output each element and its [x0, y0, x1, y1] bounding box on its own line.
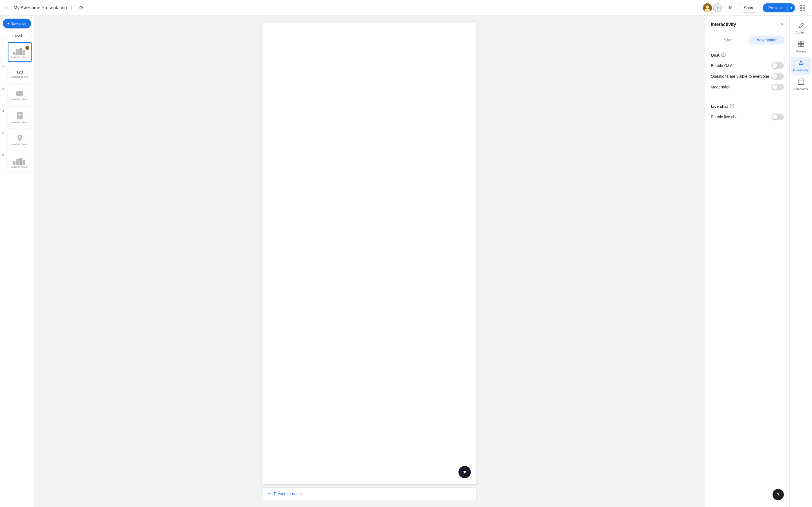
list-item[interactable]: 4 Multiple choice	[2, 108, 32, 128]
present-dropdown-button[interactable]: ▾	[788, 4, 795, 12]
svg-rect-8	[16, 49, 18, 55]
tab-slide[interactable]: Slide	[710, 36, 747, 45]
slide-number: 2	[2, 65, 6, 69]
left-sidebar: + New slide Import 1 Multiple choice	[0, 16, 34, 507]
slide-label: Multiple choice	[11, 166, 28, 168]
header-left: ← My Awesome Presentation ⚙	[4, 3, 86, 13]
panel-header: Interactivity ×	[705, 16, 790, 32]
share-button[interactable]: Share	[738, 3, 760, 13]
live-chat-label: Live chat	[711, 104, 728, 109]
slide-thumbnail[interactable]: Multiple choice	[8, 42, 32, 62]
design-svg	[798, 41, 804, 47]
list-item[interactable]: 5 Multiple choice	[2, 130, 32, 150]
tab-presentation[interactable]: Presentation	[748, 36, 785, 45]
sidebar-item-interactivity[interactable]: Interactivity	[791, 57, 811, 75]
slide-thumbnail[interactable]: Multiple choice	[8, 152, 32, 172]
slide-thumbnail[interactable]: Multiple choice	[8, 86, 32, 106]
slide-number: 4	[2, 109, 6, 113]
sidebar-actions: + New slide Import	[0, 16, 34, 40]
svg-rect-18	[13, 161, 15, 165]
grid-view-button[interactable]	[797, 3, 808, 13]
live-chat-section: Live chat ? Enable live chat	[705, 99, 790, 129]
slide-avatar	[26, 46, 29, 50]
questions-visible-toggle[interactable]	[771, 73, 784, 80]
slide-number: 8	[2, 153, 6, 157]
svg-rect-7	[13, 52, 15, 55]
moderation-row: Moderation	[711, 83, 784, 91]
svg-rect-11	[16, 91, 23, 96]
qa-section: Q&A ? Enable Q&A Questions are visible t…	[705, 48, 790, 99]
svg-rect-9	[19, 48, 22, 55]
present-button[interactable]: Present	[763, 3, 788, 12]
add-collaborator-button[interactable]: +	[713, 3, 722, 12]
svg-point-17	[19, 136, 20, 138]
slide-number: 1	[2, 43, 6, 47]
slide-list: 1 Multiple choice 2	[0, 40, 34, 176]
design-icon	[798, 41, 804, 48]
panel-tabs: Slide Presentation	[705, 32, 790, 48]
import-button[interactable]: Import	[3, 31, 31, 40]
presentation-title: My Awesome Presentation	[13, 5, 67, 10]
interactivity-svg	[798, 60, 804, 66]
slide-label: Multiple choice	[11, 75, 28, 78]
help-button[interactable]: ?	[772, 489, 784, 500]
questions-visible-label: Questions are visible to everyone	[711, 74, 769, 78]
sidebar-item-templates[interactable]: Templates	[791, 76, 811, 94]
slide-thumbnail[interactable]: 123 Multiple choice	[8, 64, 32, 84]
slide-thumbnail[interactable]: Multiple choice	[8, 108, 32, 128]
header: ← My Awesome Presentation ⚙ + 👁 Share Pr…	[0, 0, 812, 16]
svg-marker-12	[17, 96, 18, 97]
enable-qa-label: Enable Q&A	[711, 63, 732, 68]
close-panel-button[interactable]: ×	[781, 21, 784, 27]
header-right: + 👁 Share Present ▾	[703, 2, 808, 13]
document-icon	[16, 112, 23, 120]
templates-svg	[798, 78, 804, 85]
slide-label: Multiple choice	[11, 56, 28, 59]
svg-marker-31	[799, 60, 803, 65]
grid-icon	[800, 5, 805, 11]
content-icon	[798, 22, 804, 28]
slide-chart-icon2	[13, 156, 27, 166]
questions-visible-row: Questions are visible to everyone	[711, 73, 784, 80]
sidebar-item-design[interactable]: Design	[791, 38, 811, 56]
live-chat-help-icon[interactable]: ?	[730, 104, 734, 109]
eye-icon: 👁	[727, 5, 732, 11]
svg-rect-21	[22, 160, 25, 165]
svg-rect-20	[19, 158, 22, 165]
moderation-toggle[interactable]	[771, 83, 784, 91]
slide-label: Multiple choice	[11, 98, 28, 101]
presenter-notes-bar[interactable]: ✏ Presenter notes	[262, 487, 476, 500]
slide-thumbnail[interactable]: Multiple choice	[8, 130, 32, 150]
settings-button[interactable]: ⚙	[76, 3, 86, 13]
heart-button[interactable]: ♥	[458, 466, 471, 478]
interactivity-icon	[798, 60, 804, 67]
slide-label: Multiple choice	[11, 121, 28, 124]
live-chat-section-label: Live chat ?	[711, 104, 784, 109]
interactivity-panel: Interactivity × Slide Presentation Q&A ?…	[705, 16, 790, 507]
svg-rect-10	[22, 50, 25, 55]
qa-section-label: Q&A ?	[711, 52, 784, 58]
slide-number: 3	[2, 87, 6, 91]
preview-button[interactable]: 👁	[724, 2, 735, 13]
canvas-area: ♥ ✏ Presenter notes	[34, 16, 705, 507]
new-slide-button[interactable]: + New slide	[3, 18, 31, 29]
svg-rect-27	[798, 41, 801, 44]
list-item[interactable]: 1 Multiple choice	[2, 42, 32, 62]
back-button[interactable]: ←	[4, 4, 10, 11]
sidebar-item-content[interactable]: Content	[791, 19, 811, 37]
enable-qa-toggle[interactable]	[771, 62, 784, 69]
slide-chart-icon	[13, 46, 27, 56]
sidebar-item-label: Content	[795, 31, 806, 34]
slide-label: Multiple choice	[11, 143, 28, 146]
slide-number: 5	[2, 131, 6, 135]
list-item[interactable]: 3 Multiple choice	[2, 86, 32, 106]
qa-help-icon[interactable]: ?	[721, 52, 726, 58]
avatar-group: +	[703, 3, 722, 12]
svg-text:?: ?	[731, 105, 733, 108]
sidebar-item-label: Interactivity	[793, 68, 809, 72]
list-item[interactable]: 8 Multiple choice	[2, 152, 32, 172]
list-item[interactable]: 2 123 Multiple choice	[2, 64, 32, 84]
enable-live-chat-toggle[interactable]	[771, 114, 784, 120]
enable-live-chat-label: Enable live chat	[711, 115, 739, 119]
right-sidebar: Content Design Interactivity	[790, 16, 812, 507]
